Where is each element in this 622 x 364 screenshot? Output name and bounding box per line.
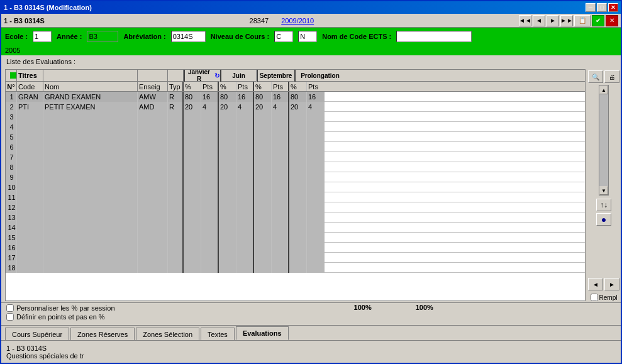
tab-cours-superieur[interactable]: Cours Supérieur bbox=[5, 328, 69, 340]
status-bar: 1 - B3 0314S Questions spéciales de tr bbox=[1, 340, 621, 363]
title-bar: 1 - B3 0314S (Modification) ─ □ ✕ bbox=[1, 1, 621, 14]
table-row[interactable]: 4 bbox=[6, 122, 585, 132]
table-row[interactable]: 14 bbox=[6, 223, 585, 233]
abrev-label: Abréviation : bbox=[123, 33, 165, 40]
scroll-thumb[interactable] bbox=[599, 94, 608, 186]
table-row[interactable]: 13 bbox=[6, 212, 585, 223]
tab-evaluations[interactable]: Evaluations bbox=[236, 326, 289, 340]
check2-row: Définir en points et pas en % bbox=[6, 313, 115, 321]
nav-first-button[interactable]: ◄◄ bbox=[519, 15, 531, 26]
titres-green-square bbox=[10, 72, 16, 79]
niveau-label: Niveau de Cours : bbox=[211, 33, 270, 40]
table-row[interactable]: 17 bbox=[6, 253, 585, 263]
add-button[interactable]: ● bbox=[596, 213, 611, 226]
table-row[interactable]: 12 bbox=[6, 202, 585, 212]
window-title: 1 - B3 0314S (Modification) bbox=[4, 4, 92, 11]
jan-session-label: Janvier R bbox=[185, 69, 213, 82]
cancel-button[interactable]: ✕ bbox=[606, 15, 618, 26]
table-body: 1 GRAN GRAND EXAMEN AMW R 80 16 80 16 80… bbox=[6, 92, 585, 301]
tab-zones-selection[interactable]: Zones Sélection bbox=[136, 328, 199, 340]
section-label: Liste des Evaluations : bbox=[6, 58, 75, 65]
table-row[interactable]: 5 bbox=[6, 132, 585, 142]
close-button[interactable]: ✕ bbox=[608, 3, 618, 12]
check2-label: Définir en points et pas en % bbox=[16, 313, 105, 321]
tab-textes[interactable]: Textes bbox=[201, 328, 235, 340]
table-row[interactable]: 11 bbox=[6, 192, 585, 202]
nom-code-input[interactable] bbox=[396, 31, 472, 42]
form-bar: Ecole : Année : Abréviation : Niveau de … bbox=[1, 28, 621, 45]
annee-input[interactable] bbox=[87, 31, 118, 42]
check1-label: Personnaliser les % par session bbox=[16, 304, 115, 312]
record-id: 28347 bbox=[250, 17, 269, 25]
nav-last-button[interactable]: ►► bbox=[560, 15, 573, 26]
nav-prev-button[interactable]: ◄ bbox=[533, 15, 545, 26]
niveau-input1[interactable] bbox=[274, 31, 293, 42]
scroll-down-button[interactable]: ▼ bbox=[599, 186, 608, 195]
ecole-input[interactable] bbox=[33, 31, 52, 42]
definir-checkbox[interactable] bbox=[6, 313, 14, 321]
table-row[interactable]: 3 bbox=[6, 112, 585, 122]
table-row[interactable]: 9 bbox=[6, 172, 585, 182]
minimize-button[interactable]: ─ bbox=[586, 3, 596, 12]
abrev-input[interactable] bbox=[171, 31, 206, 42]
table-row[interactable]: 6 bbox=[6, 142, 585, 152]
scroll-up-button[interactable]: ▲ bbox=[599, 85, 608, 94]
nom-code-label: Nom de Code ECTS : bbox=[322, 33, 391, 40]
copy-button[interactable]: 📋 bbox=[574, 15, 591, 26]
window-controls: ─ □ ✕ bbox=[586, 3, 618, 12]
table-row[interactable]: 1 GRAN GRAND EXAMEN AMW R 80 16 80 16 80… bbox=[6, 92, 585, 102]
status-line2: Questions spéciales de tr bbox=[6, 352, 616, 360]
jun-session-label: Juin bbox=[232, 72, 245, 79]
search-button[interactable]: 🔍 bbox=[588, 70, 603, 83]
table-row[interactable]: 2 PTI PETIT EXAMEN AMD R 20 4 20 4 20 4 … bbox=[6, 102, 585, 112]
rempl-checkbox[interactable] bbox=[591, 294, 598, 301]
nav-next-button[interactable]: ► bbox=[547, 15, 559, 26]
sub-bar-text: 2005 bbox=[5, 47, 20, 54]
tab-bar: Cours Supérieur Zones Réserves Zones Sél… bbox=[1, 325, 621, 340]
rempl-label: Rempl bbox=[599, 294, 618, 301]
table-row[interactable]: 8 bbox=[6, 162, 585, 172]
table-row[interactable]: 10 bbox=[6, 182, 585, 192]
move-right-button[interactable]: ► bbox=[604, 278, 619, 290]
personaliser-checkbox[interactable] bbox=[6, 304, 14, 312]
niveau-input2[interactable] bbox=[298, 31, 317, 42]
menu-center: 28347 2009/2010 bbox=[250, 17, 314, 25]
vertical-scrollbar[interactable]: ▲ ▼ bbox=[599, 85, 609, 196]
menu-title: 1 - B3 0314S bbox=[4, 17, 45, 25]
menu-left: 1 - B3 0314S bbox=[4, 17, 45, 25]
sub-green-bar: 2005 bbox=[1, 45, 621, 55]
tab-zones-reserves[interactable]: Zones Réserves bbox=[70, 328, 135, 340]
sort-up-button[interactable]: ↑↓ bbox=[596, 199, 611, 211]
section-header: Liste des Evaluations : bbox=[1, 55, 621, 68]
check1-row: Personnaliser les % par session bbox=[6, 304, 115, 312]
maximize-button[interactable]: □ bbox=[597, 3, 607, 12]
annee-label: Année : bbox=[57, 33, 82, 40]
table-row[interactable]: 15 bbox=[6, 233, 585, 243]
sep-session-label: Septembre bbox=[260, 72, 292, 79]
print-button[interactable]: 🖨 bbox=[604, 70, 619, 83]
pro-session-label: Prolongation bbox=[301, 72, 340, 79]
menu-bar: 1 - B3 0314S 28347 2009/2010 ◄◄ ◄ ► ►► 📋… bbox=[1, 14, 621, 28]
refresh-icon[interactable]: ↻ bbox=[214, 72, 219, 79]
ecole-label: Ecole : bbox=[5, 33, 28, 40]
ok-button[interactable]: ✔ bbox=[592, 15, 604, 26]
menu-right: ◄◄ ◄ ► ►► 📋 ✔ ✕ bbox=[519, 15, 618, 26]
table-row[interactable]: 18 bbox=[6, 263, 585, 273]
table-row[interactable]: 16 bbox=[6, 243, 585, 253]
pct-jan: 100% bbox=[354, 304, 372, 311]
move-left-button[interactable]: ◄ bbox=[588, 278, 603, 290]
titres-header: Titres bbox=[18, 72, 37, 79]
year-link[interactable]: 2009/2010 bbox=[281, 17, 314, 25]
pct-jun: 100% bbox=[416, 304, 433, 311]
status-line1: 1 - B3 0314S bbox=[6, 345, 616, 352]
table-row[interactable]: 7 bbox=[6, 152, 585, 162]
